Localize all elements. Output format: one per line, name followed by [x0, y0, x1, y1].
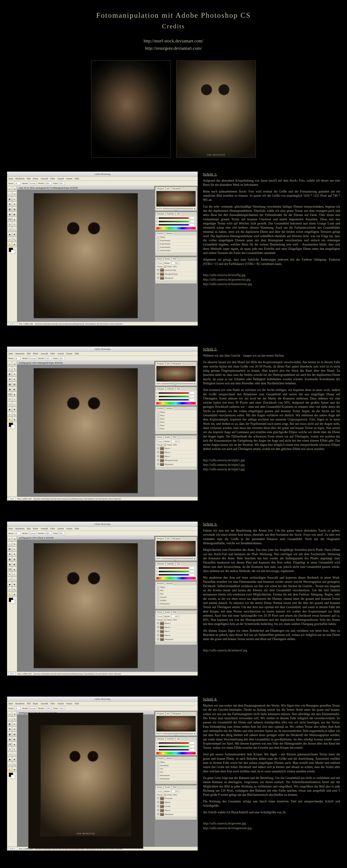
menu-item-fenster[interactable]: Fenster	[66, 177, 72, 180]
reference-link[interactable]: http://raffa.sumeria.de/gewebe.jpg	[203, 821, 340, 826]
layer-row[interactable]: 👁Hintergrund Kopie	[156, 272, 196, 276]
tool-button-18[interactable]: ◆	[7, 757, 12, 762]
palette-tab[interactable]: Protokoll	[156, 582, 165, 585]
reference-link[interactable]: http://raffa.sumeria.de/stiple1.jpg	[203, 458, 340, 462]
tool-button-5[interactable]: ✂	[12, 547, 17, 552]
palette-tab[interactable]: Kanäle	[164, 435, 171, 439]
tool-button-21[interactable]: 🔍	[12, 587, 17, 592]
menu-item-auswahl[interactable]: Auswahl	[41, 527, 48, 530]
layer-thumbnail[interactable]	[160, 463, 164, 466]
eye-icon[interactable]: 👁	[157, 622, 159, 624]
menu-item-ansicht[interactable]: Ansicht	[57, 352, 64, 355]
palette-tab[interactable]: Navigator	[156, 187, 165, 190]
history-state[interactable]: ▪Pinsel	[156, 421, 196, 424]
layer-fill[interactable]: 100%	[173, 266, 177, 268]
tool-button-0[interactable]: ▭	[7, 712, 12, 716]
tool-button-13[interactable]: ▲	[12, 742, 17, 747]
menu-item-ebene[interactable]: Ebene	[33, 702, 38, 705]
palette-tab[interactable]: Ebenen	[156, 257, 163, 260]
brush-size-control[interactable]: Pinsel:10	[8, 182, 21, 185]
layers-palette[interactable]: EbenenKanälePfade NormalDeckkr.:100% Fix…	[155, 785, 197, 820]
brush-size-control[interactable]: Pinsel:30	[8, 357, 21, 360]
history-state[interactable]: ▪Radiergummi	[156, 777, 196, 780]
navigator-thumbnail[interactable]	[156, 366, 196, 381]
navigator-palette[interactable]: NavigatorInfoHistogramm 100%▲	[155, 536, 197, 561]
tool-button-23[interactable]: ⊕	[12, 242, 17, 247]
flow-control[interactable]: Fluss:60%	[54, 182, 65, 185]
window-titlebar[interactable]: Adobe Photoshop	[7, 347, 198, 351]
eye-icon[interactable]: 👁	[157, 626, 159, 628]
history-palette[interactable]: ProtokollAktionen ▪Öffnen▪Verschieben▪Te…	[155, 756, 197, 784]
layer-row[interactable]: 👁Ebene 2	[156, 450, 196, 454]
opacity-control[interactable]: Deckkr.:50%	[38, 357, 52, 360]
menu-item-hilfe[interactable]: Hilfe	[75, 527, 79, 530]
eye-icon[interactable]: 👁	[157, 463, 159, 465]
palette-tab[interactable]: Kanäle	[164, 257, 171, 260]
palette-tab[interactable]: Farbfelder	[166, 387, 176, 391]
menu-item-auswahl[interactable]: Auswahl	[41, 702, 48, 705]
history-state[interactable]: ▪Kopierstempel	[156, 239, 196, 242]
tool-button-19[interactable]: ✥	[12, 582, 17, 587]
navigator-palette[interactable]: NavigatorInfoHistogramm 66,67%▲	[155, 712, 197, 736]
menu-item-ebene[interactable]: Ebene	[33, 352, 38, 355]
palette-tab[interactable]: Ebenen	[156, 610, 163, 614]
menu-item-filter[interactable]: Filter	[50, 527, 55, 530]
tool-button-13[interactable]: ▲	[12, 392, 17, 397]
navigator-palette[interactable]: NavigatorInfoHistogramm 100%▲	[155, 362, 197, 386]
history-state[interactable]: ▪Öffnen	[156, 586, 196, 589]
tool-button-23[interactable]: ⊕	[12, 417, 17, 422]
blend-mode-select[interactable]: Normal	[157, 790, 163, 793]
layer-row[interactable]: 👁Ebene 3	[156, 446, 196, 450]
layers-palette[interactable]: EbenenKanälePfade NormalDeckkr.:100% Fix…	[155, 610, 197, 645]
tool-button-20[interactable]: ⤢	[7, 762, 12, 767]
zoom-in-icon[interactable]: ▲	[194, 732, 196, 735]
tool-button-20[interactable]: ⤢	[7, 412, 12, 417]
tool-button-21[interactable]: 🔍	[12, 412, 17, 417]
eye-icon[interactable]: 👁	[157, 809, 159, 811]
eye-icon[interactable]: 👁	[157, 630, 159, 632]
tool-button-15[interactable]: T	[12, 222, 17, 227]
palette-tab[interactable]: Farbfelder	[166, 212, 176, 215]
menu-item-bearbeiten[interactable]: Bearbeiten	[15, 702, 25, 705]
layer-thumbnail[interactable]	[160, 633, 164, 637]
zoom-field[interactable]: 66,67%	[8, 847, 17, 850]
tool-button-9[interactable]: ▤	[12, 557, 17, 562]
palette-tab[interactable]: Kanäle	[164, 785, 171, 789]
menu-item-bild[interactable]: Bild	[27, 352, 31, 355]
menu-item-bearbeiten[interactable]: Bearbeiten	[15, 352, 25, 355]
zoom-in-icon[interactable]: ▲	[194, 382, 196, 385]
tool-button-7[interactable]: ✢	[12, 377, 17, 381]
tool-button-4[interactable]: ◩	[7, 722, 12, 726]
history-palette[interactable]: ProtokollAktionen ▪Öffnen▪Kopierstempel▪…	[155, 231, 197, 256]
navigator-thumbnail[interactable]	[156, 541, 196, 557]
palette-tab[interactable]: Kanäle	[164, 610, 171, 614]
tool-button-7[interactable]: ✢	[12, 552, 17, 557]
tool-button-1[interactable]: ⇲	[12, 536, 17, 541]
canvas-area[interactable]	[17, 365, 154, 497]
color-palette[interactable]: FarbreglerFarbfelderStile R0 G0 B0	[155, 737, 197, 755]
menu-item-hilfe[interactable]: Hilfe	[75, 352, 79, 355]
tool-button-12[interactable]: ⌫	[7, 217, 12, 222]
tool-button-3[interactable]: ✎	[12, 192, 17, 196]
tool-button-4[interactable]: ◩	[7, 197, 12, 202]
tool-button-9[interactable]: ▤	[12, 207, 17, 212]
brush-size-control[interactable]: Pinsel:20	[8, 707, 21, 710]
menu-item-filter[interactable]: Filter	[50, 177, 55, 180]
color-slider-g[interactable]: G0	[156, 570, 196, 573]
foreground-background-swatch[interactable]	[7, 247, 17, 254]
tool-button-10[interactable]: ◉	[7, 737, 12, 742]
menu-item-filter[interactable]: Filter	[50, 352, 55, 355]
tool-button-16[interactable]: ↗	[7, 227, 12, 232]
layer-fill[interactable]: 100%	[173, 444, 177, 446]
tool-button-11[interactable]: ◐	[12, 562, 17, 567]
history-state[interactable]: ▪Pfad	[156, 589, 196, 592]
tool-button-23[interactable]: ⊕	[12, 592, 17, 597]
palette-tab[interactable]: Histogramm	[171, 187, 182, 190]
color-spectrum[interactable]	[156, 752, 196, 754]
layer-row[interactable]: 👁Ebene 1	[156, 454, 196, 458]
palette-tab[interactable]: Stile	[176, 737, 181, 740]
document-tab[interactable]: morfbg.psg bei 66,7% (the monster, RGB/8…	[17, 711, 154, 715]
zoom-in-icon[interactable]: ▲	[194, 207, 196, 210]
blend-mode-control[interactable]: Modus:Normal	[22, 707, 36, 710]
layer-row[interactable]: 👁Hintergrund	[156, 276, 196, 280]
